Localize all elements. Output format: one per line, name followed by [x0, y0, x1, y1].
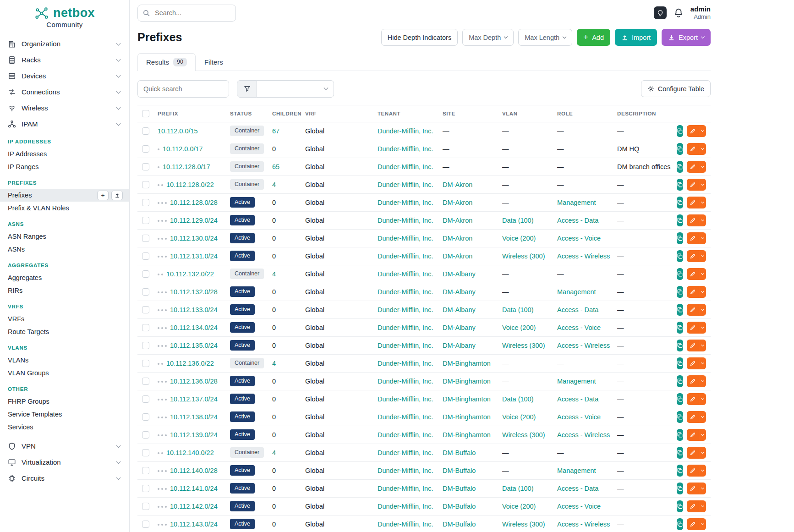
sidebar-item-ip-addresses[interactable]: IP Addresses [0, 148, 129, 160]
row-checkbox[interactable] [142, 521, 149, 528]
edit-dropdown-button[interactable] [699, 483, 706, 494]
edit-dropdown-button[interactable] [699, 161, 706, 173]
row-checkbox[interactable] [142, 288, 149, 296]
edit-button[interactable] [687, 322, 699, 334]
site-link[interactable]: DM-Albany [443, 270, 476, 278]
tenant-link[interactable]: Dunder-Mifflin, Inc. [378, 324, 433, 331]
row-checkbox[interactable] [142, 413, 149, 421]
edit-button[interactable] [687, 232, 699, 244]
vlan-link[interactable]: Wireless (300) [502, 252, 545, 260]
sidebar-item-ipam[interactable]: IPAM [0, 116, 129, 132]
edit-button[interactable] [687, 143, 699, 155]
tenant-link[interactable]: Dunder-Mifflin, Inc. [378, 413, 433, 421]
tenant-link[interactable]: Dunder-Mifflin, Inc. [378, 467, 433, 474]
role-link[interactable]: Access - Data [557, 306, 598, 313]
site-link[interactable]: DM-Akron [443, 235, 472, 242]
role-link[interactable]: Management [557, 199, 596, 206]
children-link[interactable]: 4 [272, 449, 276, 456]
role-link[interactable]: Access - Data [557, 395, 598, 403]
row-checkbox[interactable] [142, 324, 149, 331]
sidebar-item-devices[interactable]: Devices [0, 68, 129, 84]
copy-attributes-button[interactable] [677, 411, 683, 423]
prefix-link[interactable]: 10.112.136.0/28 [170, 378, 218, 385]
role-link[interactable]: Management [557, 378, 596, 385]
role-link[interactable]: Access - Wireless [557, 252, 610, 260]
tenant-link[interactable]: Dunder-Mifflin, Inc. [378, 288, 433, 296]
edit-dropdown-button[interactable] [699, 447, 706, 459]
prefix-link[interactable]: 10.112.131.0/24 [170, 252, 218, 260]
vlan-link[interactable]: Wireless (300) [502, 521, 545, 528]
column-header-prefix[interactable]: PREFIX [153, 105, 225, 122]
children-link[interactable]: 65 [272, 163, 279, 170]
site-link[interactable]: DM-Binghamton [443, 413, 491, 421]
sidebar-item-vlans[interactable]: VLANs [0, 354, 129, 367]
row-checkbox[interactable] [142, 306, 149, 313]
sidebar-item-service-templates[interactable]: Service Templates [0, 408, 129, 421]
edit-dropdown-button[interactable] [699, 340, 706, 351]
sidebar-item-vlan-groups[interactable]: VLAN Groups [0, 367, 129, 379]
tenant-link[interactable]: Dunder-Mifflin, Inc. [378, 252, 433, 260]
edit-dropdown-button[interactable] [699, 179, 706, 191]
copy-attributes-button[interactable] [677, 214, 683, 226]
sidebar-item-route-targets[interactable]: Route Targets [0, 325, 129, 338]
tenant-link[interactable]: Dunder-Mifflin, Inc. [378, 181, 433, 188]
sidebar-item-rirs[interactable]: RIRs [0, 284, 129, 297]
sidebar-item-circuits[interactable]: Circuits [0, 470, 129, 486]
sidebar-item-vpn[interactable]: VPN [0, 438, 129, 454]
site-link[interactable]: DM-Buffalo [443, 521, 476, 528]
row-checkbox[interactable] [142, 378, 149, 385]
prefix-link[interactable]: 10.112.140.0/22 [166, 449, 214, 456]
edit-button[interactable] [687, 250, 699, 262]
site-link[interactable]: DM-Albany [443, 324, 476, 331]
tenant-link[interactable]: Dunder-Mifflin, Inc. [378, 217, 433, 224]
role-link[interactable]: Access - Voice [557, 503, 601, 510]
column-header-status[interactable]: STATUS [225, 105, 268, 122]
tenant-link[interactable]: Dunder-Mifflin, Inc. [378, 306, 433, 313]
copy-attributes-button[interactable] [677, 322, 683, 334]
role-link[interactable]: Access - Data [557, 217, 598, 224]
children-link[interactable]: 4 [272, 181, 276, 188]
copy-attributes-button[interactable] [677, 250, 683, 262]
copy-attributes-button[interactable] [677, 429, 683, 441]
site-link[interactable]: DM-Akron [443, 252, 472, 260]
copy-attributes-button[interactable] [677, 518, 683, 530]
sidebar-item-organization[interactable]: Organization [0, 36, 129, 52]
edit-button[interactable] [687, 483, 699, 494]
max-depth-dropdown[interactable]: Max Depth [462, 29, 514, 46]
vlan-link[interactable]: Voice (200) [502, 413, 536, 421]
site-link[interactable]: DM-Buffalo [443, 449, 476, 456]
edit-dropdown-button[interactable] [699, 465, 706, 477]
tab-results[interactable]: Results90 [137, 53, 196, 71]
role-link[interactable]: Management [557, 467, 596, 474]
configure-table-button[interactable]: Configure Table [641, 80, 711, 97]
row-checkbox[interactable] [142, 431, 149, 439]
role-link[interactable]: Access - Wireless [557, 521, 610, 528]
site-link[interactable]: DM-Binghamton [443, 360, 491, 367]
column-header-site[interactable]: SITE [438, 105, 498, 122]
children-link[interactable]: 4 [272, 270, 276, 278]
notifications-bell-icon[interactable] [674, 8, 684, 18]
sidebar-item-asn-ranges[interactable]: ASN Ranges [0, 230, 129, 243]
copy-attributes-button[interactable] [677, 197, 683, 208]
copy-attributes-button[interactable] [677, 375, 683, 387]
row-checkbox[interactable] [142, 503, 149, 510]
export-button[interactable]: Export [662, 29, 711, 46]
site-link[interactable]: DM-Binghamton [443, 378, 491, 385]
prefix-link[interactable]: 10.112.128.0/28 [170, 199, 218, 206]
role-link[interactable]: Access - Voice [557, 324, 601, 331]
copy-attributes-button[interactable] [677, 500, 683, 512]
edit-button[interactable] [687, 268, 699, 280]
copy-attributes-button[interactable] [677, 161, 683, 173]
edit-dropdown-button[interactable] [699, 357, 706, 369]
tenant-link[interactable]: Dunder-Mifflin, Inc. [378, 431, 433, 439]
edit-dropdown-button[interactable] [699, 250, 706, 262]
column-header-vlan[interactable]: VLAN [498, 105, 553, 122]
vlan-link[interactable]: Data (100) [502, 485, 534, 492]
column-header-role[interactable]: ROLE [553, 105, 613, 122]
sidebar-item-vrfs[interactable]: VRFs [0, 313, 129, 325]
prefix-link[interactable]: 10.112.143.0/24 [170, 521, 218, 528]
row-checkbox[interactable] [142, 485, 149, 492]
vlan-link[interactable]: Voice (200) [502, 235, 536, 242]
tenant-link[interactable]: Dunder-Mifflin, Inc. [378, 360, 433, 367]
sidebar-item-fhrp-groups[interactable]: FHRP Groups [0, 395, 129, 408]
